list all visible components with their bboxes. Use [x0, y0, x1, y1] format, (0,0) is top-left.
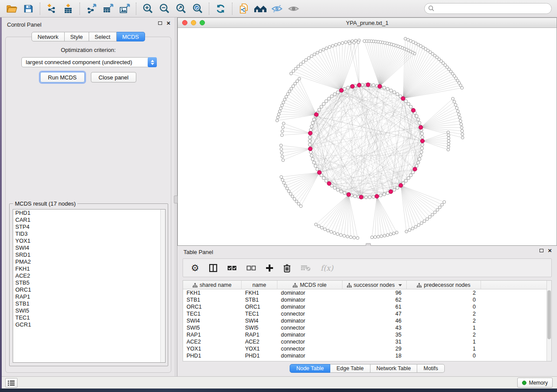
result-list-item[interactable]: RAP1 — [13, 293, 165, 300]
table-row[interactable]: FKH1FKH1dominator962 — [183, 289, 551, 296]
result-list-item[interactable]: STP4 — [13, 224, 165, 230]
result-list-item[interactable]: TEC1 — [13, 314, 165, 321]
table-cell[interactable]: 0 — [407, 296, 481, 303]
table-cell[interactable]: ORC1 — [242, 303, 277, 310]
export-network-button[interactable] — [83, 2, 100, 16]
column-header-shared-name[interactable]: shared name — [183, 281, 242, 289]
first-neighbors-button[interactable] — [252, 2, 269, 16]
result-list-item[interactable]: CAR1 — [13, 217, 165, 224]
tab-network[interactable]: Network — [31, 32, 65, 41]
table-cell[interactable]: ACE2 — [183, 338, 242, 345]
tab-network-table[interactable]: Network Table — [370, 364, 418, 373]
close-panel-icon[interactable]: × — [166, 21, 170, 25]
float-panel-icon[interactable] — [158, 21, 162, 25]
tab-mcds[interactable]: MCDS — [117, 32, 145, 41]
table-cell[interactable]: dominator — [277, 303, 343, 310]
column-header-name[interactable]: name — [242, 281, 277, 289]
table-cell[interactable]: PHD1 — [242, 352, 277, 359]
table-cell[interactable]: PHD1 — [183, 352, 242, 359]
table-cell[interactable]: RAP1 — [242, 331, 277, 338]
table-cell[interactable]: 18 — [343, 352, 407, 359]
table-cell[interactable]: 1 — [407, 338, 481, 345]
table-cell[interactable]: STB1 — [242, 296, 277, 303]
tab-node-table[interactable]: Node Table — [290, 364, 330, 373]
table-cell[interactable]: connector — [277, 338, 343, 345]
table-cell[interactable]: 31 — [343, 338, 407, 345]
table-cell[interactable]: TEC1 — [242, 310, 277, 317]
table-cell[interactable]: 2 — [407, 310, 481, 317]
zoom-selected-button[interactable] — [189, 2, 206, 16]
table-cell[interactable]: FKH1 — [242, 289, 277, 296]
table-cell[interactable]: dominator — [277, 331, 343, 338]
table-cell[interactable]: FKH1 — [183, 289, 242, 296]
table-cell[interactable]: SWI5 — [242, 324, 277, 331]
zoom-in-button[interactable] — [139, 2, 156, 16]
task-history-button[interactable] — [5, 378, 17, 388]
table-cell[interactable]: 2 — [407, 317, 481, 324]
result-list-item[interactable]: YOX1 — [13, 237, 165, 244]
refresh-view-button[interactable] — [212, 2, 229, 16]
table-cell[interactable]: dominator — [277, 317, 343, 324]
hide-selected-button[interactable] — [269, 2, 285, 16]
tab-select[interactable]: Select — [89, 32, 117, 41]
table-cell[interactable]: 46 — [343, 317, 407, 324]
table-row[interactable]: YOX1YOX1connector291 — [183, 345, 551, 352]
tab-edge-table[interactable]: Edge Table — [330, 364, 370, 373]
table-cell[interactable]: 2 — [407, 289, 481, 296]
network-canvas[interactable] — [178, 28, 557, 245]
table-cell[interactable]: SWI4 — [183, 317, 242, 324]
close-panel-button[interactable]: Close panel — [91, 72, 137, 83]
table-row[interactable]: SWI5SWI5connector431 — [183, 324, 551, 331]
table-cell[interactable]: 96 — [343, 289, 407, 296]
table-cell[interactable]: 1 — [407, 324, 481, 331]
result-list-item[interactable]: PHD1 — [13, 210, 165, 217]
table-cell[interactable]: connector — [277, 310, 343, 317]
table-scrollbar-thumb[interactable] — [547, 290, 551, 339]
select-all-button[interactable] — [227, 265, 237, 271]
table-cell[interactable]: 0 — [407, 303, 481, 310]
search-input[interactable] — [424, 3, 552, 14]
criterion-dropdown[interactable]: largest connected component (undirected) — [21, 57, 157, 67]
table-cell[interactable]: 61 — [343, 303, 407, 310]
result-list-item[interactable]: SRD1 — [13, 251, 165, 258]
table-cell[interactable]: 35 — [343, 331, 407, 338]
table-row[interactable]: STB1STB1dominator620 — [183, 296, 551, 303]
table-row[interactable]: ACE2ACE2connector311 — [183, 338, 551, 345]
table-cell[interactable]: dominator — [277, 289, 343, 296]
deselect-all-button[interactable] — [246, 265, 256, 271]
result-list-item[interactable]: STB1 — [13, 300, 165, 307]
table-cell[interactable]: 29 — [343, 345, 407, 352]
mcds-result-list[interactable]: PHD1CAR1STP4TID3YOX1SWI4SRD1PMA2FKH1ACE2… — [13, 209, 166, 363]
result-list-item[interactable]: TID3 — [13, 230, 165, 237]
table-cell[interactable]: TEC1 — [183, 310, 242, 317]
table-cell[interactable]: YOX1 — [242, 345, 277, 352]
table-cell[interactable]: 43 — [343, 324, 407, 331]
show-all-button[interactable] — [285, 2, 302, 16]
table-cell[interactable]: ACE2 — [242, 338, 277, 345]
table-row[interactable]: PHD1PHD1dominator180 — [183, 352, 551, 359]
table-cell[interactable]: connector — [277, 345, 343, 352]
column-header-mcds-role[interactable]: MCDS role — [277, 281, 343, 289]
result-list-item[interactable]: GCR1 — [13, 321, 165, 328]
result-list-scrollbar[interactable] — [160, 210, 165, 362]
save-session-button[interactable] — [20, 2, 37, 16]
table-cell[interactable]: STB1 — [183, 296, 242, 303]
duplicate-network-button[interactable] — [235, 2, 252, 16]
tab-motifs[interactable]: Motifs — [417, 364, 444, 373]
delete-table-button[interactable] — [301, 265, 311, 272]
result-list-item[interactable]: SWI4 — [13, 244, 165, 251]
result-list-item[interactable]: ORC1 — [13, 286, 165, 293]
table-cell[interactable]: dominator — [277, 352, 343, 359]
table-cell[interactable]: 1 — [407, 345, 481, 352]
network-window-titlebar[interactable]: YPA_prune.txt_1 — [178, 18, 557, 28]
table-cell[interactable]: 62 — [343, 296, 407, 303]
table-cell[interactable]: connector — [277, 324, 343, 331]
result-list-item[interactable]: SWI5 — [13, 307, 165, 314]
import-table-button[interactable] — [60, 2, 76, 16]
tab-style[interactable]: Style — [65, 32, 89, 41]
function-builder-button[interactable]: f(x) — [321, 264, 333, 272]
zoom-out-button[interactable] — [156, 2, 173, 16]
table-row[interactable]: ORC1ORC1dominator610 — [183, 303, 551, 310]
table-cell[interactable]: ORC1 — [183, 303, 242, 310]
toggle-columns-button[interactable] — [209, 264, 218, 272]
